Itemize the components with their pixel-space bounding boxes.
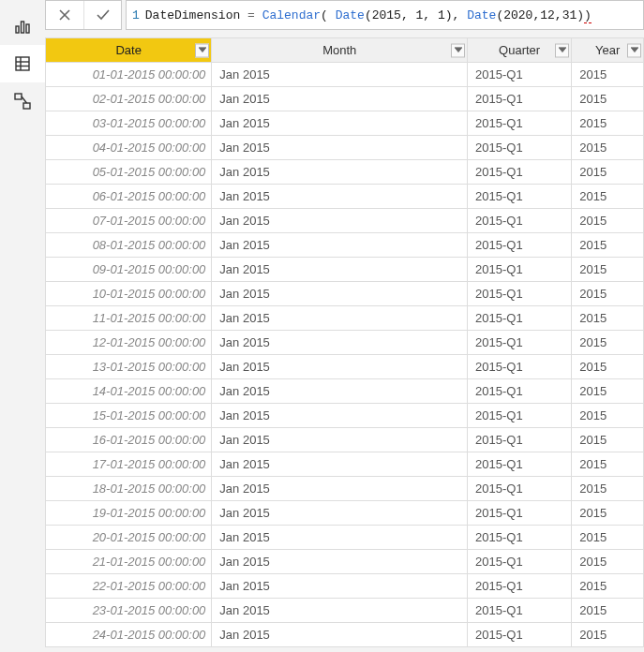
cell-date[interactable]: 23-01-2015 00:00:00 <box>46 599 212 623</box>
cell-date[interactable]: 19-01-2015 00:00:00 <box>46 501 212 526</box>
cell-month[interactable]: Jan 2015 <box>212 623 468 647</box>
cell-date[interactable]: 07-01-2015 00:00:00 <box>46 209 212 233</box>
cell-quarter[interactable]: 2015-Q1 <box>468 452 572 477</box>
table-row[interactable]: 08-01-2015 00:00:00Jan 20152015-Q12015 <box>46 233 644 258</box>
column-filter-button[interactable] <box>195 43 209 57</box>
model-view-button[interactable] <box>0 82 45 120</box>
cell-date[interactable]: 16-01-2015 00:00:00 <box>46 428 212 452</box>
cell-month[interactable]: Jan 2015 <box>212 306 468 331</box>
column-header-date[interactable]: Date <box>46 38 212 63</box>
cell-month[interactable]: Jan 2015 <box>212 331 468 355</box>
table-row[interactable]: 21-01-2015 00:00:00Jan 20152015-Q12015 <box>46 550 644 574</box>
cell-month[interactable]: Jan 2015 <box>212 404 468 428</box>
cell-quarter[interactable]: 2015-Q1 <box>468 428 572 452</box>
cell-date[interactable]: 02-01-2015 00:00:00 <box>46 87 212 111</box>
cell-date[interactable]: 21-01-2015 00:00:00 <box>46 550 212 574</box>
cell-quarter[interactable]: 2015-Q1 <box>468 282 572 306</box>
cell-year[interactable]: 2015 <box>572 111 644 136</box>
cell-month[interactable]: Jan 2015 <box>212 574 468 599</box>
cell-year[interactable]: 2015 <box>572 623 644 647</box>
cell-year[interactable]: 2015 <box>572 87 644 111</box>
cell-quarter[interactable]: 2015-Q1 <box>468 379 572 404</box>
column-header-year[interactable]: Year <box>572 38 644 63</box>
column-filter-button[interactable] <box>555 43 569 57</box>
cell-quarter[interactable]: 2015-Q1 <box>468 258 572 282</box>
cell-quarter[interactable]: 2015-Q1 <box>468 574 572 599</box>
cell-month[interactable]: Jan 2015 <box>212 136 468 160</box>
cell-date[interactable]: 18-01-2015 00:00:00 <box>46 477 212 501</box>
cell-month[interactable]: Jan 2015 <box>212 452 468 477</box>
table-row[interactable]: 14-01-2015 00:00:00Jan 20152015-Q12015 <box>46 379 644 404</box>
table-row[interactable]: 15-01-2015 00:00:00Jan 20152015-Q12015 <box>46 404 644 428</box>
cell-year[interactable]: 2015 <box>572 501 644 526</box>
cell-date[interactable]: 05-01-2015 00:00:00 <box>46 160 212 185</box>
cell-month[interactable]: Jan 2015 <box>212 233 468 258</box>
cell-year[interactable]: 2015 <box>572 574 644 599</box>
cell-month[interactable]: Jan 2015 <box>212 160 468 185</box>
cell-month[interactable]: Jan 2015 <box>212 209 468 233</box>
cell-month[interactable]: Jan 2015 <box>212 428 468 452</box>
table-row[interactable]: 05-01-2015 00:00:00Jan 20152015-Q12015 <box>46 160 644 185</box>
cell-date[interactable]: 09-01-2015 00:00:00 <box>46 258 212 282</box>
cell-quarter[interactable]: 2015-Q1 <box>468 404 572 428</box>
cell-year[interactable]: 2015 <box>572 404 644 428</box>
table-row[interactable]: 01-01-2015 00:00:00Jan 20152015-Q12015 <box>46 63 644 87</box>
cell-month[interactable]: Jan 2015 <box>212 550 468 574</box>
cell-month[interactable]: Jan 2015 <box>212 355 468 379</box>
table-row[interactable]: 10-01-2015 00:00:00Jan 20152015-Q12015 <box>46 282 644 306</box>
cell-date[interactable]: 04-01-2015 00:00:00 <box>46 136 212 160</box>
cancel-formula-button[interactable] <box>46 1 83 29</box>
table-row[interactable]: 06-01-2015 00:00:00Jan 20152015-Q12015 <box>46 185 644 209</box>
cell-quarter[interactable]: 2015-Q1 <box>468 136 572 160</box>
cell-date[interactable]: 20-01-2015 00:00:00 <box>46 526 212 550</box>
cell-year[interactable]: 2015 <box>572 355 644 379</box>
report-view-button[interactable] <box>0 7 45 45</box>
cell-year[interactable]: 2015 <box>572 209 644 233</box>
cell-quarter[interactable]: 2015-Q1 <box>468 63 572 87</box>
cell-year[interactable]: 2015 <box>572 550 644 574</box>
table-row[interactable]: 24-01-2015 00:00:00Jan 20152015-Q12015 <box>46 623 644 647</box>
column-header-quarter[interactable]: Quarter <box>468 38 572 63</box>
table-row[interactable]: 09-01-2015 00:00:00Jan 20152015-Q12015 <box>46 258 644 282</box>
cell-quarter[interactable]: 2015-Q1 <box>468 331 572 355</box>
table-row[interactable]: 03-01-2015 00:00:00Jan 20152015-Q12015 <box>46 111 644 136</box>
column-header-month[interactable]: Month <box>212 38 468 63</box>
cell-quarter[interactable]: 2015-Q1 <box>468 526 572 550</box>
table-row[interactable]: 07-01-2015 00:00:00Jan 20152015-Q12015 <box>46 209 644 233</box>
cell-quarter[interactable]: 2015-Q1 <box>468 550 572 574</box>
cell-month[interactable]: Jan 2015 <box>212 258 468 282</box>
cell-year[interactable]: 2015 <box>572 331 644 355</box>
table-row[interactable]: 20-01-2015 00:00:00Jan 20152015-Q12015 <box>46 526 644 550</box>
cell-date[interactable]: 03-01-2015 00:00:00 <box>46 111 212 136</box>
cell-quarter[interactable]: 2015-Q1 <box>468 623 572 647</box>
cell-year[interactable]: 2015 <box>572 599 644 623</box>
column-filter-button[interactable] <box>451 43 465 57</box>
data-view-button[interactable] <box>0 45 45 82</box>
table-row[interactable]: 04-01-2015 00:00:00Jan 20152015-Q12015 <box>46 136 644 160</box>
cell-year[interactable]: 2015 <box>572 233 644 258</box>
table-row[interactable]: 11-01-2015 00:00:00Jan 20152015-Q12015 <box>46 306 644 331</box>
cell-date[interactable]: 13-01-2015 00:00:00 <box>46 355 212 379</box>
cell-date[interactable]: 15-01-2015 00:00:00 <box>46 404 212 428</box>
table-row[interactable]: 13-01-2015 00:00:00Jan 20152015-Q12015 <box>46 355 644 379</box>
cell-year[interactable]: 2015 <box>572 379 644 404</box>
table-row[interactable]: 12-01-2015 00:00:00Jan 20152015-Q12015 <box>46 331 644 355</box>
cell-year[interactable]: 2015 <box>572 477 644 501</box>
cell-quarter[interactable]: 2015-Q1 <box>468 209 572 233</box>
table-row[interactable]: 18-01-2015 00:00:00Jan 20152015-Q12015 <box>46 477 644 501</box>
cell-month[interactable]: Jan 2015 <box>212 282 468 306</box>
cell-quarter[interactable]: 2015-Q1 <box>468 233 572 258</box>
cell-month[interactable]: Jan 2015 <box>212 379 468 404</box>
cell-month[interactable]: Jan 2015 <box>212 87 468 111</box>
cell-year[interactable]: 2015 <box>572 160 644 185</box>
cell-month[interactable]: Jan 2015 <box>212 185 468 209</box>
cell-month[interactable]: Jan 2015 <box>212 477 468 501</box>
cell-date[interactable]: 10-01-2015 00:00:00 <box>46 282 212 306</box>
cell-month[interactable]: Jan 2015 <box>212 599 468 623</box>
table-row[interactable]: 02-01-2015 00:00:00Jan 20152015-Q12015 <box>46 87 644 111</box>
table-row[interactable]: 16-01-2015 00:00:00Jan 20152015-Q12015 <box>46 428 644 452</box>
cell-date[interactable]: 22-01-2015 00:00:00 <box>46 574 212 599</box>
cell-date[interactable]: 01-01-2015 00:00:00 <box>46 63 212 87</box>
cell-year[interactable]: 2015 <box>572 185 644 209</box>
column-filter-button[interactable] <box>627 43 641 57</box>
